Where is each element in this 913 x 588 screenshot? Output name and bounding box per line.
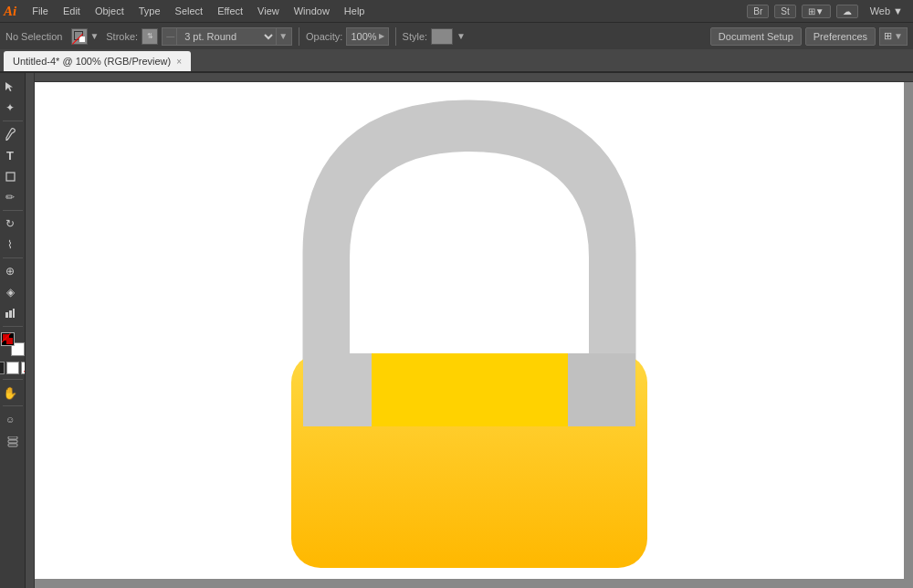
stroke-weight-arrow: ▼ — [278, 31, 288, 41]
tool-divider-4 — [3, 326, 23, 327]
white-swatch[interactable] — [6, 362, 19, 374]
svg-rect-10 — [8, 436, 17, 439]
tool-row-warp: ⌇ ⊡ — [0, 235, 25, 255]
arrange-arrow: ▼ — [894, 31, 903, 41]
arrange-icon: ⊞ — [884, 30, 892, 42]
stroke-swatch[interactable]: ⇅ — [142, 28, 158, 45]
fg-color-swatch[interactable] — [1, 332, 15, 346]
color-swatch-group — [1, 332, 25, 356]
menu-help[interactable]: Help — [338, 4, 372, 18]
tool-divider-6 — [3, 405, 23, 406]
tool-row-magic: ✦ ⟳ — [0, 98, 25, 118]
black-swatch[interactable] — [0, 362, 5, 374]
stroke-weight-select[interactable]: 3 pt. Round 1 pt. 2 pt. — [176, 27, 277, 46]
divider-1 — [299, 27, 299, 46]
opacity-expand[interactable]: ▶ — [379, 32, 384, 40]
toolbar-right: Document Setup Preferences ⊞ ▼ — [710, 27, 908, 46]
style-arrow: ▼ — [456, 31, 466, 41]
web-label[interactable]: Web ▼ — [864, 4, 909, 18]
bridge-btn-grid[interactable]: ⊞▼ — [802, 5, 831, 18]
menu-view[interactable]: View — [251, 4, 286, 18]
fill-group: ▼ — [71, 28, 99, 45]
tools-panel: ✦ ⟳ + T \ 🖌 ✏ — [0, 73, 26, 588]
style-swatch[interactable] — [431, 28, 453, 45]
tool-row-hand: ✋ 🔍 — [0, 383, 25, 403]
column-graph-tool[interactable] — [0, 303, 20, 323]
tool-row-pen: + — [0, 124, 25, 144]
svg-rect-14 — [372, 353, 568, 426]
bridge-btn-br[interactable]: Br — [747, 5, 769, 18]
blend-tool[interactable]: ◈ — [0, 282, 20, 302]
menu-object[interactable]: Object — [89, 4, 131, 18]
tool-divider-5 — [3, 379, 23, 380]
tool-row-shape: ⊕ 💧 — [0, 261, 25, 281]
tool-divider-2 — [3, 210, 23, 211]
canvas-area — [26, 73, 913, 588]
opacity-group: 100% ▶ — [346, 27, 388, 46]
tool-extra-row — [3, 432, 23, 452]
svg-rect-5 — [9, 310, 12, 318]
tool-row-graph — [0, 303, 25, 323]
menu-window[interactable]: Window — [288, 4, 336, 18]
tool-divider-3 — [3, 257, 23, 258]
type-tool[interactable]: T — [0, 145, 20, 165]
svg-rect-9 — [8, 440, 17, 443]
style-label: Style: — [403, 31, 428, 42]
preferences-btn[interactable]: Preferences — [805, 27, 876, 46]
app-logo: Ai — [4, 4, 16, 19]
tool-row-extra: ☺ 👁 — [0, 409, 25, 429]
menu-edit[interactable]: Edit — [57, 4, 87, 18]
main-area: ✦ ⟳ + T \ 🖌 ✏ — [0, 73, 913, 588]
small-swatches-row — [0, 362, 26, 374]
document-tab[interactable]: Untitled-4* @ 100% (RGB/Preview) × — [4, 51, 191, 71]
selection-label: No Selection — [5, 31, 62, 42]
menu-select[interactable]: Select — [169, 4, 210, 18]
menu-bar: Ai File Edit Object Type Select Effect V… — [0, 0, 913, 22]
tool-row-type: T \ — [0, 145, 25, 165]
tool-row-blend: ◈ ⊛ — [0, 282, 25, 302]
canvas-document[interactable] — [35, 82, 904, 579]
icon-edit-tool[interactable]: ☺ — [0, 409, 20, 429]
svg-rect-4 — [5, 312, 8, 318]
warp-tool[interactable]: ⌇ — [0, 235, 20, 255]
tool-row-pencil: ✏ — [0, 187, 25, 207]
menu-file[interactable]: File — [26, 4, 55, 18]
ruler-vertical — [26, 73, 35, 588]
divider-2 — [395, 27, 396, 46]
bridge-btn-cloud[interactable]: ☁ — [836, 5, 858, 18]
tool-row-rect: 🖌 — [0, 166, 25, 186]
shape-builder-tool[interactable]: ⊕ — [0, 261, 20, 281]
stroke-label: Stroke: — [106, 31, 138, 42]
arrow-select-tool[interactable] — [0, 77, 20, 97]
tab-bar: Untitled-4* @ 100% (RGB/Preview) × — [0, 49, 913, 73]
rotate-tool[interactable]: ↻ — [0, 214, 20, 234]
bridge-btn-st[interactable]: St — [774, 5, 795, 18]
magic-wand-tool[interactable]: ✦ — [0, 98, 20, 118]
menu-right: Br St ⊞▼ ☁ Web ▼ — [747, 4, 909, 18]
ruler-horizontal — [26, 73, 913, 82]
svg-rect-6 — [13, 309, 15, 318]
control-toolbar: No Selection ▼ Stroke: ⇅ — 3 pt. Round 1… — [0, 22, 913, 49]
stroke-up-down: ⇅ — [147, 32, 153, 40]
document-setup-btn[interactable]: Document Setup — [710, 27, 802, 46]
arrange-group[interactable]: ⊞ ▼ — [879, 27, 908, 46]
fill-arrow: ▼ — [89, 31, 99, 41]
tool-row-select — [0, 77, 25, 97]
tool-row-rotate: ↻ ⇲ — [0, 214, 25, 234]
pen-tool[interactable] — [0, 124, 20, 144]
menu-type[interactable]: Type — [132, 4, 167, 18]
fill-swatch[interactable] — [71, 28, 88, 45]
svg-rect-1 — [6, 173, 15, 181]
pencil-tool[interactable]: ✏ — [0, 187, 20, 207]
layer-comp-btn[interactable] — [3, 432, 23, 452]
stroke-weight-line: — — [166, 32, 174, 41]
tool-divider-1 — [3, 121, 23, 121]
tab-close-btn[interactable]: × — [176, 57, 182, 67]
svg-rect-8 — [8, 444, 17, 446]
hand-tool[interactable]: ✋ — [0, 383, 20, 403]
svg-rect-12 — [303, 353, 372, 426]
tab-title: Untitled-4* @ 100% (RGB/Preview) — [13, 56, 171, 67]
menu-effect[interactable]: Effect — [211, 4, 249, 18]
opacity-label: Opacity: — [306, 31, 342, 42]
rect-tool[interactable] — [0, 166, 20, 186]
